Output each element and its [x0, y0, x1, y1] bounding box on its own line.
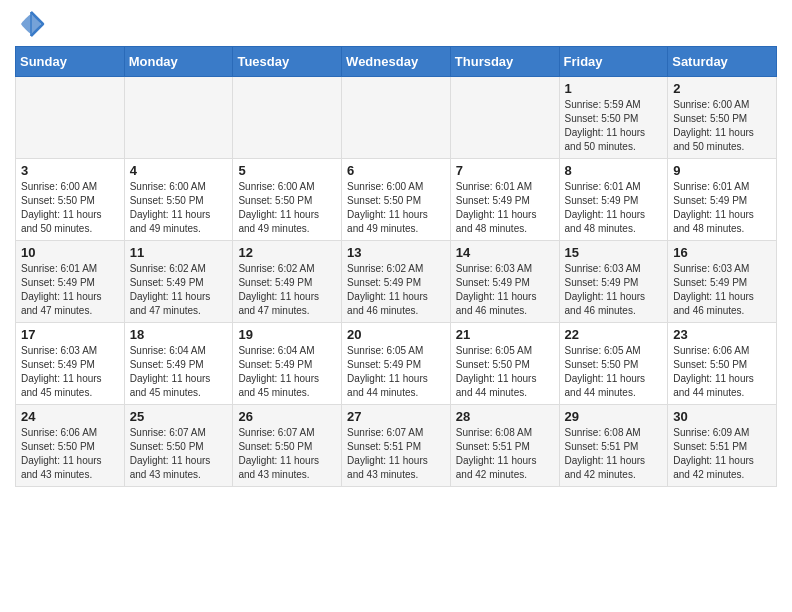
calendar-week-row: 24Sunrise: 6:06 AM Sunset: 5:50 PM Dayli… [16, 405, 777, 487]
calendar-cell: 25Sunrise: 6:07 AM Sunset: 5:50 PM Dayli… [124, 405, 233, 487]
calendar-week-row: 1Sunrise: 5:59 AM Sunset: 5:50 PM Daylig… [16, 77, 777, 159]
calendar-cell: 28Sunrise: 6:08 AM Sunset: 5:51 PM Dayli… [450, 405, 559, 487]
day-number: 19 [238, 327, 336, 342]
calendar-cell: 23Sunrise: 6:06 AM Sunset: 5:50 PM Dayli… [668, 323, 777, 405]
calendar-cell: 29Sunrise: 6:08 AM Sunset: 5:51 PM Dayli… [559, 405, 668, 487]
calendar-week-row: 3Sunrise: 6:00 AM Sunset: 5:50 PM Daylig… [16, 159, 777, 241]
weekday-header-wednesday: Wednesday [342, 47, 451, 77]
day-number: 21 [456, 327, 554, 342]
header [15, 10, 777, 38]
calendar-cell: 15Sunrise: 6:03 AM Sunset: 5:49 PM Dayli… [559, 241, 668, 323]
weekday-header-sunday: Sunday [16, 47, 125, 77]
calendar-cell: 18Sunrise: 6:04 AM Sunset: 5:49 PM Dayli… [124, 323, 233, 405]
day-info: Sunrise: 6:02 AM Sunset: 5:49 PM Dayligh… [347, 262, 445, 318]
logo [15, 10, 45, 38]
calendar-cell: 13Sunrise: 6:02 AM Sunset: 5:49 PM Dayli… [342, 241, 451, 323]
calendar-cell: 10Sunrise: 6:01 AM Sunset: 5:49 PM Dayli… [16, 241, 125, 323]
day-number: 8 [565, 163, 663, 178]
calendar-week-row: 10Sunrise: 6:01 AM Sunset: 5:49 PM Dayli… [16, 241, 777, 323]
calendar-cell: 26Sunrise: 6:07 AM Sunset: 5:50 PM Dayli… [233, 405, 342, 487]
calendar-cell: 22Sunrise: 6:05 AM Sunset: 5:50 PM Dayli… [559, 323, 668, 405]
calendar-cell: 17Sunrise: 6:03 AM Sunset: 5:49 PM Dayli… [16, 323, 125, 405]
calendar-container: SundayMondayTuesdayWednesdayThursdayFrid… [0, 0, 792, 502]
weekday-header-tuesday: Tuesday [233, 47, 342, 77]
logo-icon [17, 10, 45, 38]
calendar-cell: 5Sunrise: 6:00 AM Sunset: 5:50 PM Daylig… [233, 159, 342, 241]
day-number: 22 [565, 327, 663, 342]
day-number: 6 [347, 163, 445, 178]
day-number: 12 [238, 245, 336, 260]
calendar-cell [124, 77, 233, 159]
calendar-cell: 20Sunrise: 6:05 AM Sunset: 5:49 PM Dayli… [342, 323, 451, 405]
day-info: Sunrise: 6:00 AM Sunset: 5:50 PM Dayligh… [238, 180, 336, 236]
calendar-cell: 9Sunrise: 6:01 AM Sunset: 5:49 PM Daylig… [668, 159, 777, 241]
day-number: 4 [130, 163, 228, 178]
day-info: Sunrise: 6:09 AM Sunset: 5:51 PM Dayligh… [673, 426, 771, 482]
weekday-header-monday: Monday [124, 47, 233, 77]
day-info: Sunrise: 6:00 AM Sunset: 5:50 PM Dayligh… [130, 180, 228, 236]
weekday-header-thursday: Thursday [450, 47, 559, 77]
calendar-cell: 2Sunrise: 6:00 AM Sunset: 5:50 PM Daylig… [668, 77, 777, 159]
calendar-cell [450, 77, 559, 159]
day-info: Sunrise: 6:05 AM Sunset: 5:49 PM Dayligh… [347, 344, 445, 400]
day-number: 23 [673, 327, 771, 342]
day-info: Sunrise: 6:03 AM Sunset: 5:49 PM Dayligh… [21, 344, 119, 400]
day-number: 5 [238, 163, 336, 178]
day-info: Sunrise: 6:03 AM Sunset: 5:49 PM Dayligh… [673, 262, 771, 318]
day-number: 2 [673, 81, 771, 96]
calendar-cell: 8Sunrise: 6:01 AM Sunset: 5:49 PM Daylig… [559, 159, 668, 241]
day-info: Sunrise: 6:07 AM Sunset: 5:51 PM Dayligh… [347, 426, 445, 482]
day-number: 29 [565, 409, 663, 424]
day-number: 9 [673, 163, 771, 178]
day-number: 17 [21, 327, 119, 342]
day-info: Sunrise: 6:03 AM Sunset: 5:49 PM Dayligh… [456, 262, 554, 318]
day-info: Sunrise: 6:06 AM Sunset: 5:50 PM Dayligh… [673, 344, 771, 400]
day-info: Sunrise: 6:01 AM Sunset: 5:49 PM Dayligh… [456, 180, 554, 236]
day-number: 7 [456, 163, 554, 178]
day-info: Sunrise: 6:00 AM Sunset: 5:50 PM Dayligh… [673, 98, 771, 154]
calendar-cell: 6Sunrise: 6:00 AM Sunset: 5:50 PM Daylig… [342, 159, 451, 241]
calendar-cell: 1Sunrise: 5:59 AM Sunset: 5:50 PM Daylig… [559, 77, 668, 159]
calendar-cell [342, 77, 451, 159]
day-number: 10 [21, 245, 119, 260]
day-info: Sunrise: 6:07 AM Sunset: 5:50 PM Dayligh… [130, 426, 228, 482]
calendar-cell: 3Sunrise: 6:00 AM Sunset: 5:50 PM Daylig… [16, 159, 125, 241]
day-info: Sunrise: 6:02 AM Sunset: 5:49 PM Dayligh… [238, 262, 336, 318]
day-number: 11 [130, 245, 228, 260]
calendar-cell: 16Sunrise: 6:03 AM Sunset: 5:49 PM Dayli… [668, 241, 777, 323]
day-number: 28 [456, 409, 554, 424]
day-info: Sunrise: 6:06 AM Sunset: 5:50 PM Dayligh… [21, 426, 119, 482]
calendar-table: SundayMondayTuesdayWednesdayThursdayFrid… [15, 46, 777, 487]
weekday-header-saturday: Saturday [668, 47, 777, 77]
day-number: 27 [347, 409, 445, 424]
day-number: 26 [238, 409, 336, 424]
day-number: 3 [21, 163, 119, 178]
day-number: 30 [673, 409, 771, 424]
day-info: Sunrise: 6:05 AM Sunset: 5:50 PM Dayligh… [456, 344, 554, 400]
day-number: 18 [130, 327, 228, 342]
calendar-cell: 30Sunrise: 6:09 AM Sunset: 5:51 PM Dayli… [668, 405, 777, 487]
calendar-cell: 7Sunrise: 6:01 AM Sunset: 5:49 PM Daylig… [450, 159, 559, 241]
calendar-cell: 24Sunrise: 6:06 AM Sunset: 5:50 PM Dayli… [16, 405, 125, 487]
weekday-header-row: SundayMondayTuesdayWednesdayThursdayFrid… [16, 47, 777, 77]
day-info: Sunrise: 6:01 AM Sunset: 5:49 PM Dayligh… [565, 180, 663, 236]
calendar-cell: 4Sunrise: 6:00 AM Sunset: 5:50 PM Daylig… [124, 159, 233, 241]
calendar-cell: 14Sunrise: 6:03 AM Sunset: 5:49 PM Dayli… [450, 241, 559, 323]
day-info: Sunrise: 6:00 AM Sunset: 5:50 PM Dayligh… [347, 180, 445, 236]
calendar-cell [233, 77, 342, 159]
day-info: Sunrise: 6:04 AM Sunset: 5:49 PM Dayligh… [130, 344, 228, 400]
day-info: Sunrise: 6:03 AM Sunset: 5:49 PM Dayligh… [565, 262, 663, 318]
day-number: 24 [21, 409, 119, 424]
calendar-week-row: 17Sunrise: 6:03 AM Sunset: 5:49 PM Dayli… [16, 323, 777, 405]
calendar-cell: 19Sunrise: 6:04 AM Sunset: 5:49 PM Dayli… [233, 323, 342, 405]
day-info: Sunrise: 6:08 AM Sunset: 5:51 PM Dayligh… [456, 426, 554, 482]
day-number: 16 [673, 245, 771, 260]
calendar-cell: 12Sunrise: 6:02 AM Sunset: 5:49 PM Dayli… [233, 241, 342, 323]
day-number: 13 [347, 245, 445, 260]
calendar-cell: 27Sunrise: 6:07 AM Sunset: 5:51 PM Dayli… [342, 405, 451, 487]
calendar-cell [16, 77, 125, 159]
day-info: Sunrise: 5:59 AM Sunset: 5:50 PM Dayligh… [565, 98, 663, 154]
day-number: 15 [565, 245, 663, 260]
day-number: 25 [130, 409, 228, 424]
day-info: Sunrise: 6:01 AM Sunset: 5:49 PM Dayligh… [673, 180, 771, 236]
